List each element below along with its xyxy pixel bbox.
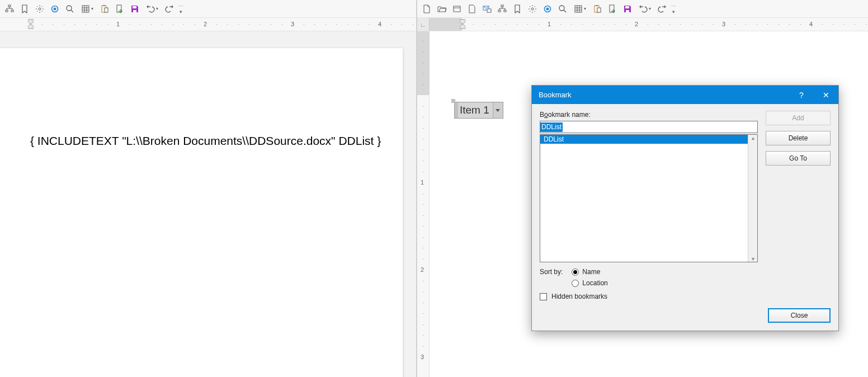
- dropdown-value: Item 1: [458, 102, 493, 118]
- svg-marker-60: [496, 109, 500, 112]
- svg-rect-38: [504, 10, 506, 12]
- ruler-tick: 4: [378, 21, 381, 27]
- dropdown-form-field[interactable]: Item 1: [454, 102, 503, 119]
- sitemap-icon[interactable]: [2, 2, 17, 16]
- svg-rect-28: [454, 6, 460, 12]
- document-area-left[interactable]: { INCLUDETEXT "L:\\Broken Documents\\DDS…: [0, 31, 416, 377]
- svg-rect-50: [596, 5, 598, 6]
- blank-doc-icon[interactable]: [465, 2, 479, 16]
- svg-line-43: [564, 10, 566, 12]
- svg-point-7: [39, 8, 41, 10]
- bookmark-name-input[interactable]: DDList: [540, 121, 758, 133]
- svg-rect-6: [11, 10, 13, 12]
- ruler-tick: 1: [116, 21, 120, 27]
- ruler-horizontal-left[interactable]: 1234: [0, 18, 416, 31]
- paste-icon[interactable]: [97, 2, 112, 16]
- table-dropdown-icon[interactable]: ▾: [570, 2, 589, 16]
- svg-rect-32: [501, 5, 503, 7]
- toolbar-overflow-icon[interactable]: ⋯▾: [670, 3, 677, 15]
- paste-icon[interactable]: [590, 2, 605, 16]
- svg-point-39: [531, 8, 534, 10]
- field-code-text: { INCLUDETEXT "L:\\Broken Documents\\DDS…: [30, 134, 381, 148]
- record-icon[interactable]: [48, 2, 62, 16]
- window-icon[interactable]: [450, 2, 464, 16]
- bookmark-listbox[interactable]: DDList ▴ ▾: [540, 134, 758, 262]
- bookmark-icon[interactable]: [17, 2, 32, 16]
- svg-rect-51: [597, 8, 601, 12]
- export-icon[interactable]: [605, 2, 620, 16]
- bookmark-name-label: Bookmark name:: [540, 111, 758, 119]
- svg-marker-59: [460, 24, 465, 29]
- mail-merge-icon[interactable]: [480, 2, 494, 16]
- dialog-titlebar[interactable]: Bookmark ? ✕: [532, 86, 838, 104]
- svg-rect-31: [487, 9, 491, 12]
- svg-rect-55: [626, 10, 629, 12]
- undo-dropdown-icon[interactable]: ▾: [635, 2, 654, 16]
- ruler-tick: 2: [204, 21, 207, 27]
- search-icon[interactable]: [63, 2, 77, 16]
- save-icon[interactable]: [620, 2, 635, 16]
- hidden-bookmarks-checkbox[interactable]: Hidden bookmarks: [540, 293, 758, 300]
- document-area-right[interactable]: Item 1 Bookmark ? ✕ Bookmark name:: [430, 31, 868, 377]
- bookmark-name-value: DDList: [540, 122, 563, 132]
- scrollbar[interactable]: ▴ ▾: [748, 135, 757, 262]
- ruler-vertical-right[interactable]: 123: [417, 31, 430, 377]
- toolbar-left: ▾ ▾ ⋯▾: [0, 0, 416, 18]
- undo-dropdown-icon[interactable]: ▾: [143, 2, 162, 16]
- svg-rect-22: [133, 6, 136, 8]
- svg-rect-18: [103, 5, 105, 6]
- open-folder-icon[interactable]: [435, 2, 449, 16]
- list-item[interactable]: DDList: [540, 135, 757, 144]
- ruler-tick: 1: [421, 179, 424, 186]
- svg-line-11: [71, 10, 73, 12]
- scroll-down-icon[interactable]: ▾: [752, 256, 754, 262]
- ruler-tick: 3: [722, 21, 725, 27]
- svg-marker-58: [460, 20, 465, 24]
- new-doc-icon[interactable]: [419, 2, 434, 16]
- ruler-tick: 3: [421, 354, 424, 360]
- ruler-margin-shade: [430, 18, 462, 31]
- bookmark-icon[interactable]: [510, 2, 525, 16]
- sort-by-location-radio[interactable]: Location: [572, 279, 607, 287]
- bookmark-dialog: Bookmark ? ✕ Bookmark name: DDList DD: [531, 85, 839, 331]
- dropdown-caret-icon[interactable]: [493, 102, 503, 118]
- svg-rect-23: [133, 10, 136, 12]
- close-button[interactable]: Close: [768, 308, 831, 323]
- svg-point-10: [67, 6, 72, 11]
- ruler-tick: 2: [421, 266, 424, 273]
- close-icon[interactable]: ✕: [814, 86, 838, 104]
- dialog-title-text: Bookmark: [539, 91, 572, 99]
- help-button[interactable]: ?: [789, 86, 814, 104]
- ruler-tick: 4: [809, 21, 813, 27]
- table-dropdown-icon[interactable]: ▾: [78, 2, 97, 16]
- field-handle-icon[interactable]: [455, 102, 458, 118]
- ruler-tick: 1: [548, 21, 551, 27]
- gear-icon[interactable]: [525, 2, 540, 16]
- add-button[interactable]: Add: [766, 111, 831, 125]
- goto-button[interactable]: Go To: [766, 151, 831, 166]
- svg-point-41: [546, 7, 549, 10]
- svg-marker-26: [28, 20, 34, 24]
- redo-icon[interactable]: [655, 2, 669, 16]
- scroll-up-icon[interactable]: ▴: [752, 135, 754, 141]
- delete-button[interactable]: Delete: [766, 131, 831, 145]
- sitemap-icon[interactable]: [495, 2, 510, 16]
- ruler-tick: 3: [291, 21, 294, 27]
- toolbar-right: ▾ ▾ ⋯▾: [417, 0, 868, 18]
- gear-icon[interactable]: [32, 2, 47, 16]
- ruler-horizontal-right[interactable]: ∟ 1234: [417, 18, 868, 31]
- indent-marker-icon[interactable]: [460, 18, 465, 30]
- save-icon[interactable]: [128, 2, 142, 16]
- sort-by-label: Sort by:: [540, 268, 563, 276]
- redo-icon[interactable]: [162, 2, 177, 16]
- export-icon[interactable]: [112, 2, 127, 16]
- sort-by-name-radio[interactable]: Name: [572, 268, 607, 276]
- search-icon[interactable]: [555, 2, 570, 16]
- indent-marker-icon[interactable]: [28, 18, 34, 30]
- record-icon[interactable]: [540, 2, 555, 16]
- ruler-tick: 2: [635, 21, 638, 27]
- svg-rect-44: [575, 6, 582, 12]
- svg-point-42: [559, 6, 564, 11]
- toolbar-overflow-icon[interactable]: ⋯▾: [177, 3, 184, 15]
- svg-rect-0: [8, 5, 11, 7]
